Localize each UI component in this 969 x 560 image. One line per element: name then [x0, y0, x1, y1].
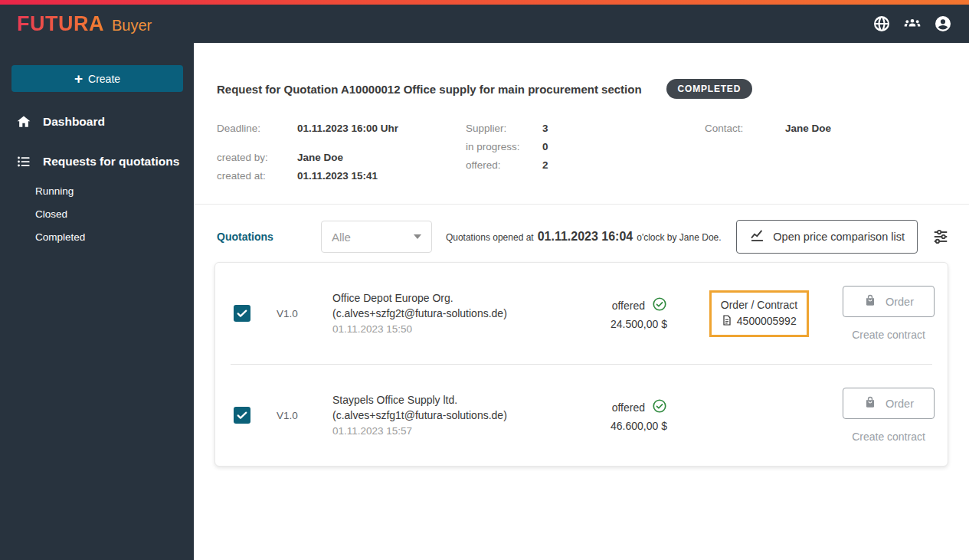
status-badge: COMPLETED [666, 79, 753, 99]
sidebar-item-dashboard[interactable]: Dashboard [0, 112, 194, 132]
created-by-label: created by: [217, 152, 297, 163]
order-button[interactable]: Order [843, 286, 935, 317]
chevron-down-icon [414, 234, 421, 239]
check-circle-icon [652, 398, 667, 416]
order-button-label: Order [886, 398, 914, 410]
members-icon[interactable] [903, 15, 922, 33]
deadline-label: Deadline: [217, 123, 297, 134]
supplier-email: (c.alves+szfg1t@futura-solutions.de) [332, 408, 568, 423]
quotation-checkbox[interactable] [234, 407, 250, 424]
create-contract-link[interactable]: Create contract [828, 329, 949, 341]
offered-status-label: offered [612, 300, 645, 312]
quotations-filter-dropdown[interactable]: Alle [321, 221, 432, 253]
main-content: Request for Quotation A10000012 Office s… [194, 43, 969, 560]
open-price-comparison-button[interactable]: Open price comparison list [736, 220, 918, 254]
offer-amount: 46.600,00 $ [568, 420, 667, 432]
list-icon [16, 154, 31, 169]
offer-amount: 24.500,00 $ [568, 318, 667, 330]
supplier-name: Office Depot Europe Org. [332, 290, 568, 306]
quotations-card: V1.0 Office Depot Europe Org. (c.alves+s… [214, 262, 948, 467]
shopping-bag-icon [863, 293, 877, 309]
quotation-date: 01.11.2023 15:57 [332, 424, 568, 439]
app-logo[interactable]: FUTURA Buyer [17, 12, 152, 36]
in-progress-value: 0 [542, 141, 548, 152]
created-at-value: 01.11.2023 15:41 [297, 170, 378, 182]
deadline-value: 01.11.2023 16:00 Uhr [297, 123, 398, 134]
create-button[interactable]: + Create [11, 65, 183, 92]
order-contract-number: 4500005992 [737, 315, 797, 327]
quotation-version: V1.0 [269, 308, 322, 319]
order-contract-box[interactable]: Order / Contract 4500005992 [709, 290, 809, 337]
quotations-opened-text: Quotations opened at 01.11.2023 16:04 o'… [446, 230, 722, 244]
created-at-label: created at: [217, 170, 297, 182]
plus-icon: + [74, 71, 83, 86]
create-contract-link[interactable]: Create contract [828, 431, 949, 443]
order-button-label: Order [886, 296, 914, 308]
supplier-email: (c.alves+szfg2t@futura-solutions.de) [332, 306, 568, 321]
sidebar: + Create Dashboard Requests for quotatio… [0, 43, 194, 560]
order-button[interactable]: Order [843, 388, 935, 419]
quotation-row: V1.0 Staypels Office Supply ltd. (c.alve… [215, 365, 948, 466]
quotation-row: V1.0 Office Depot Europe Org. (c.alves+s… [215, 263, 948, 364]
offered-value: 2 [542, 159, 548, 171]
shopping-bag-icon [863, 395, 877, 411]
logo-text: FUTURA [17, 12, 104, 36]
sidebar-item-label: Requests for quotations [43, 155, 179, 169]
contact-value: Jane Doe [785, 123, 831, 134]
offered-status-label: offered [612, 401, 645, 414]
supplier-value: 3 [542, 123, 548, 134]
opened-prefix: Quotations opened at [446, 232, 534, 243]
in-progress-label: in progress: [466, 141, 542, 152]
home-icon [16, 114, 31, 129]
created-by-value: Jane Doe [297, 152, 343, 163]
quotation-checkbox[interactable] [234, 305, 250, 322]
quotation-date: 01.11.2023 15:50 [332, 322, 568, 337]
supplier-label: Supplier: [466, 123, 542, 134]
create-button-label: Create [88, 73, 120, 85]
document-icon [721, 314, 733, 329]
sidebar-item-requests-for-quotations[interactable]: Requests for quotations [0, 152, 194, 172]
chart-icon [749, 228, 765, 246]
opened-time: 01.11.2023 16:04 [538, 230, 633, 244]
opened-suffix: o'clock by Jane Doe. [637, 232, 721, 243]
sidebar-subitem-closed[interactable]: Closed [35, 202, 194, 225]
sidebar-subitem-completed[interactable]: Completed [35, 225, 194, 248]
page-title: Request for Quotation A10000012 Office s… [217, 83, 642, 96]
order-contract-label: Order / Contract [721, 299, 797, 311]
tune-filter-icon[interactable] [932, 228, 949, 245]
supplier-name: Staypels Office Supply ltd. [332, 392, 568, 408]
logo-product-text: Buyer [112, 17, 152, 34]
request-details: Deadline: 01.11.2023 16:00 Uhr created b… [194, 99, 969, 204]
compare-button-label: Open price comparison list [773, 231, 905, 243]
contact-label: Contact: [705, 123, 785, 134]
sidebar-subitem-running[interactable]: Running [35, 179, 194, 202]
globe-icon[interactable] [872, 15, 891, 33]
check-circle-icon [652, 296, 667, 314]
offered-label: offered: [466, 159, 542, 171]
account-icon[interactable] [934, 15, 952, 33]
quotations-section-label: Quotations [217, 231, 273, 243]
app-header: FUTURA Buyer [0, 5, 969, 43]
dropdown-selected-value: Alle [332, 231, 351, 244]
quotation-version: V1.0 [269, 410, 322, 421]
sidebar-item-label: Dashboard [43, 115, 105, 129]
